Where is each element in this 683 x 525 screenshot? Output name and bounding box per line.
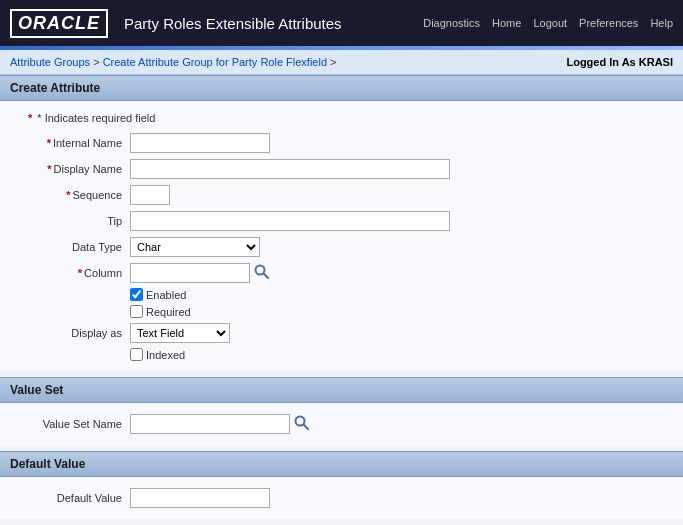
column-search-button[interactable]	[254, 264, 270, 283]
enabled-checkbox[interactable]	[130, 288, 143, 301]
data-type-row: Data Type Char Number Date Datetime	[0, 234, 683, 260]
default-value-header: Default Value	[0, 451, 683, 477]
default-value-form: Default Value	[0, 477, 683, 519]
value-set-header: Value Set	[0, 377, 683, 403]
default-value-row: Default Value	[0, 485, 683, 511]
nav-help[interactable]: Help	[650, 17, 673, 29]
data-type-select[interactable]: Char Number Date Datetime	[130, 237, 260, 257]
default-value-input[interactable]	[130, 488, 270, 508]
display-as-row: Display as Text Field List of Values Dat…	[0, 320, 683, 346]
oracle-logo: ORACLE	[10, 9, 108, 38]
required-star: *	[28, 112, 32, 124]
sequence-label: *Sequence	[10, 189, 130, 201]
breadcrumb-attribute-groups[interactable]: Attribute Groups	[10, 56, 90, 68]
enabled-row: Enabled	[0, 286, 683, 303]
column-label: *Column	[10, 267, 130, 279]
value-set-section: Value Set Value Set Name	[0, 377, 683, 445]
indexed-row: Indexed	[0, 346, 683, 363]
tip-row: Tip	[0, 208, 683, 234]
required-row: Required	[0, 303, 683, 320]
breadcrumb-sep2: >	[330, 56, 336, 68]
nav-logout[interactable]: Logout	[533, 17, 567, 29]
nav-home[interactable]: Home	[492, 17, 521, 29]
create-attribute-header: Create Attribute	[0, 75, 683, 101]
indexed-label: Indexed	[146, 349, 185, 361]
nav-diagnostics[interactable]: Diagnostics	[423, 17, 480, 29]
display-name-input[interactable]	[130, 159, 450, 179]
logged-in-label: Logged In As	[566, 56, 635, 68]
enabled-label: Enabled	[146, 289, 186, 301]
display-as-select[interactable]: Text Field List of Values Date Number	[130, 323, 230, 343]
app-title: Party Roles Extensible Attributes	[124, 15, 423, 32]
svg-line-3	[304, 424, 309, 429]
column-row: *Column	[0, 260, 683, 286]
logged-in-user: KRASI	[639, 56, 673, 68]
tip-label: Tip	[10, 215, 130, 227]
logged-in-info: Logged In As KRASI	[566, 56, 673, 68]
internal-name-input[interactable]	[130, 133, 270, 153]
indexed-checkbox[interactable]	[130, 348, 143, 361]
default-value-label: Default Value	[10, 492, 130, 504]
create-attribute-section: Create Attribute * * Indicates required …	[0, 75, 683, 371]
display-name-label: *Display Name	[10, 163, 130, 175]
value-set-search-button[interactable]	[294, 415, 310, 434]
display-name-row: *Display Name	[0, 156, 683, 182]
required-note: * * Indicates required field	[0, 109, 683, 130]
breadcrumb-create-group[interactable]: Create Attribute Group for Party Role Fl…	[103, 56, 327, 68]
breadcrumb: Attribute Groups > Create Attribute Grou…	[10, 56, 337, 68]
internal-name-label: *Internal Name	[10, 137, 130, 149]
value-set-search-icon	[294, 415, 310, 434]
value-set-form: Value Set Name	[0, 403, 683, 445]
sequence-row: *Sequence	[0, 182, 683, 208]
breadcrumb-sep1: >	[93, 56, 102, 68]
value-set-name-input[interactable]	[130, 414, 290, 434]
value-set-name-label: Value Set Name	[10, 418, 130, 430]
value-set-name-row: Value Set Name	[0, 411, 683, 437]
main-content: Create Attribute * * Indicates required …	[0, 75, 683, 525]
create-attribute-form: * * Indicates required field *Internal N…	[0, 101, 683, 371]
required-label: Required	[146, 306, 191, 318]
column-input[interactable]	[130, 263, 250, 283]
sequence-input[interactable]	[130, 185, 170, 205]
data-type-label: Data Type	[10, 241, 130, 253]
default-value-section: Default Value Default Value	[0, 451, 683, 519]
nav-preferences[interactable]: Preferences	[579, 17, 638, 29]
display-as-label: Display as	[10, 327, 130, 339]
breadcrumb-bar: Attribute Groups > Create Attribute Grou…	[0, 50, 683, 75]
column-search-icon	[254, 264, 270, 283]
required-checkbox[interactable]	[130, 305, 143, 318]
top-nav: Diagnostics Home Logout Preferences Help	[423, 17, 673, 29]
app-header: ORACLE Party Roles Extensible Attributes…	[0, 0, 683, 46]
tip-input[interactable]	[130, 211, 450, 231]
internal-name-row: *Internal Name	[0, 130, 683, 156]
svg-line-1	[264, 273, 269, 278]
